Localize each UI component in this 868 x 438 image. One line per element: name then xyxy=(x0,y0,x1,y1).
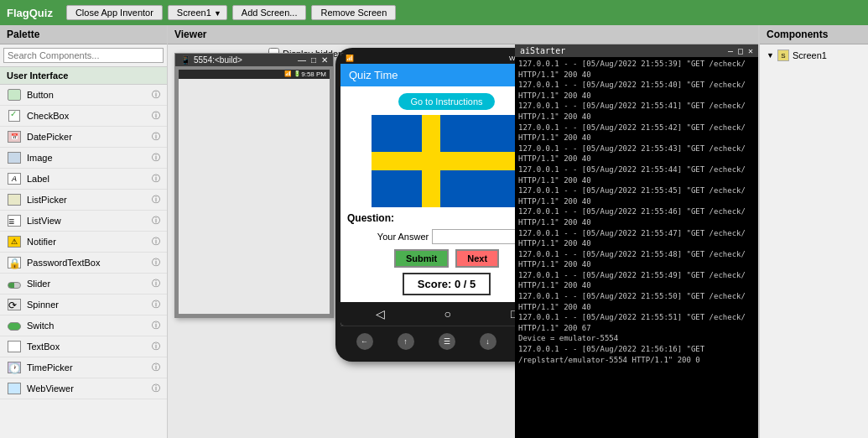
palette-item-timepicker[interactable]: 🕐 TimePicker ⓘ xyxy=(0,357,167,378)
components-tree: ▼ S Screen1 xyxy=(760,44,868,66)
terminal-line: 127.0.0.1 - - [05/Aug/2022 21:55:40] "GE… xyxy=(518,80,755,101)
palette-item-label: Spinner xyxy=(27,300,59,310)
info-icon[interactable]: ⓘ xyxy=(152,320,160,331)
phone-signal-icon: 📶 xyxy=(346,55,354,62)
flag-cross-horizontal xyxy=(372,152,522,170)
answer-row: Your Answer xyxy=(377,229,516,244)
search-input[interactable] xyxy=(3,48,164,63)
phone-menu-button[interactable]: ☰ xyxy=(439,333,455,350)
info-icon[interactable]: ⓘ xyxy=(152,131,160,143)
info-icon[interactable]: ⓘ xyxy=(152,383,160,394)
terminal-minimize-button[interactable]: — xyxy=(728,46,733,55)
info-icon[interactable]: ⓘ xyxy=(152,173,160,185)
info-icon[interactable]: ⓘ xyxy=(152,299,160,310)
emulator-maximize-button[interactable]: □ xyxy=(311,55,316,65)
terminal-line: Device = emulator-5554 xyxy=(518,333,755,344)
app-title: FlagQuiz xyxy=(7,7,53,19)
palette-item-slider[interactable]: Slider ⓘ xyxy=(0,274,167,295)
palette-item-spinner[interactable]: ⟳ Spinner ⓘ xyxy=(0,295,167,315)
terminal-line: 127.0.0.1 - - [05/Aug/2022 21:56:16] "GE… xyxy=(518,344,755,365)
palette-item-textbox[interactable]: TextBox ⓘ xyxy=(0,336,167,357)
label-icon: A xyxy=(7,171,22,186)
topbar: FlagQuiz Close App Inventor Screen1 ▼ Ad… xyxy=(0,0,868,25)
close-app-inventor-button[interactable]: Close App Inventor xyxy=(66,5,163,20)
action-buttons-row: Submit Next xyxy=(394,249,499,268)
info-icon[interactable]: ⓘ xyxy=(152,257,160,269)
component-screen1[interactable]: ▼ S Screen1 xyxy=(763,48,865,63)
terminal-line: 127.0.0.1 - - [05/Aug/2022 21:55:47] "GE… xyxy=(518,228,755,249)
palette-item-webviewer[interactable]: WebViewer ⓘ xyxy=(0,378,167,399)
palette-item-label: Label xyxy=(27,174,49,184)
info-icon[interactable]: ⓘ xyxy=(152,194,160,206)
palette-item-label: TimePicker xyxy=(27,362,73,373)
instructions-button[interactable]: Go to Instructions xyxy=(398,93,494,110)
password-icon: 🔒 xyxy=(7,255,22,270)
terminal-maximize-button[interactable]: □ xyxy=(738,46,743,55)
sweden-flag xyxy=(372,115,522,207)
add-screen-button[interactable]: Add Screen... xyxy=(232,5,307,20)
terminal-line: 127.0.0.1 - - [05/Aug/2022 21:55:43] "GE… xyxy=(518,143,755,164)
terminal-line: 127.0.0.1 - - [05/Aug/2022 21:55:44] "GE… xyxy=(518,164,755,185)
terminal-close-button[interactable]: ✕ xyxy=(748,46,753,55)
question-label: Question: xyxy=(347,212,394,224)
terminal-titlebar: aiStarter — □ ✕ xyxy=(515,44,758,57)
info-icon[interactable]: ⓘ xyxy=(152,215,160,227)
info-icon[interactable]: ⓘ xyxy=(152,362,160,373)
palette-items-list: Button ⓘ CheckBox ⓘ 📅 DatePicker ⓘ xyxy=(0,85,167,438)
emulator-status-bar: 📶 🔋 9:58 PM xyxy=(179,70,330,79)
palette-item-checkbox[interactable]: CheckBox ⓘ xyxy=(0,106,167,127)
info-icon[interactable]: ⓘ xyxy=(152,278,160,289)
terminal-line: 127.0.0.1 - - [05/Aug/2022 21:55:45] "GE… xyxy=(518,185,755,206)
terminal-body: 127.0.0.1 - - [05/Aug/2022 21:55:39] "GE… xyxy=(515,57,758,434)
terminal-line: 127.0.0.1 - - [05/Aug/2022 21:55:41] "GE… xyxy=(518,101,755,122)
flag-cross-vertical xyxy=(422,115,440,207)
terminal-line: 127.0.0.1 - - [05/Aug/2022 21:55:42] "GE… xyxy=(518,123,755,143)
submit-button[interactable]: Submit xyxy=(394,249,449,268)
emulator-minimize-button[interactable]: — xyxy=(298,55,306,65)
emulator-time: 9:58 PM xyxy=(301,70,326,78)
home-icon[interactable]: ○ xyxy=(444,307,451,321)
palette-item-passwordtextbox[interactable]: 🔒 PasswordTextBox ⓘ xyxy=(0,253,167,274)
phone-back-button[interactable]: ← xyxy=(356,333,373,350)
screen1-label: Screen1 xyxy=(793,50,827,60)
textbox-icon xyxy=(7,339,22,354)
info-icon[interactable]: ⓘ xyxy=(152,152,160,164)
remove-screen-button[interactable]: Remove Screen xyxy=(311,5,396,20)
info-icon[interactable]: ⓘ xyxy=(152,236,160,248)
palette-item-listpicker[interactable]: ListPicker ⓘ xyxy=(0,190,167,211)
palette-item-label: TextBox xyxy=(27,342,60,352)
palette-item-label: DatePicker xyxy=(27,132,72,142)
timepicker-icon: 🕐 xyxy=(7,360,22,375)
palette-item-datepicker[interactable]: 📅 DatePicker ⓘ xyxy=(0,127,167,148)
emulator-close-button[interactable]: ✕ xyxy=(321,55,328,65)
terminal-line: 127.0.0.1 - - [05/Aug/2022 21:55:48] "GE… xyxy=(518,249,755,270)
screen1-button[interactable]: Screen1 ▼ xyxy=(168,5,227,20)
palette-item-label: Slider xyxy=(27,279,50,289)
palette-item-label: Notifier xyxy=(27,237,56,247)
palette-search-area xyxy=(0,44,167,66)
info-icon[interactable]: ⓘ xyxy=(152,89,160,101)
palette-item-label: Image xyxy=(27,153,53,163)
phone-dpad-up[interactable]: ↑ xyxy=(398,333,414,350)
next-button[interactable]: Next xyxy=(455,249,499,268)
main-layout: Palette User Interface Button ⓘ CheckBox… xyxy=(0,25,868,438)
back-icon[interactable]: ◁ xyxy=(376,307,385,321)
palette-item-listview[interactable]: ≡ ListView ⓘ xyxy=(0,211,167,232)
phone-dpad-down[interactable]: ↓ xyxy=(480,333,496,350)
palette-item-switch[interactable]: Switch ⓘ xyxy=(0,315,167,336)
answer-label: Your Answer xyxy=(377,232,429,242)
palette-item-label: ListPicker xyxy=(27,195,67,205)
info-icon[interactable]: ⓘ xyxy=(152,341,160,352)
palette-item-label[interactable]: A Label ⓘ xyxy=(0,169,167,190)
answer-input[interactable] xyxy=(432,229,516,244)
palette-item-notifier[interactable]: ⚠ Notifier ⓘ xyxy=(0,232,167,253)
info-icon[interactable]: ⓘ xyxy=(152,110,160,122)
phone-app-title: Quiz Time xyxy=(349,69,398,81)
terminal-window: aiStarter — □ ✕ 127.0.0.1 - - [05/Aug/20… xyxy=(515,44,758,438)
emulator-titlebar: 📱 5554:<build> — □ ✕ xyxy=(175,54,333,66)
palette-item-button[interactable]: Button ⓘ xyxy=(0,85,167,106)
expand-icon[interactable]: ▼ xyxy=(767,51,774,60)
palette-item-label: ListView xyxy=(27,216,61,226)
listpicker-icon xyxy=(7,192,22,207)
palette-item-image[interactable]: Image ⓘ xyxy=(0,148,167,169)
